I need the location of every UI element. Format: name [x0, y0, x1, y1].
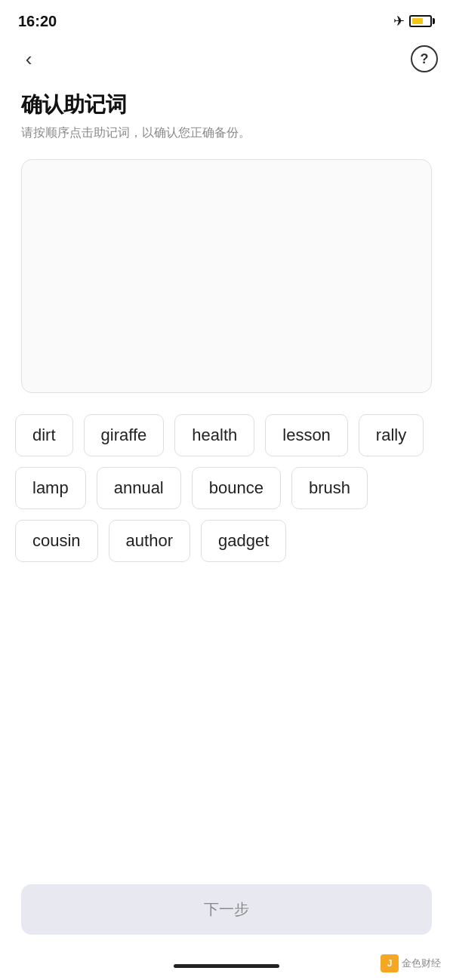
status-time: 16:20	[18, 13, 57, 30]
word-chip-lamp[interactable]: lamp	[15, 467, 86, 509]
word-chip-bounce[interactable]: bounce	[192, 467, 281, 509]
selection-area	[21, 159, 432, 393]
battery-body	[409, 15, 432, 27]
word-chip-health[interactable]: health	[174, 414, 254, 456]
page-title: 确认助记词	[21, 91, 432, 119]
battery-fill	[412, 18, 423, 24]
footer-watermark: J 金色财经	[381, 954, 441, 972]
page-subtitle: 请按顺序点击助记词，以确认您正确备份。	[21, 125, 432, 141]
word-chip-dirt[interactable]: dirt	[15, 414, 73, 456]
word-chip-giraffe[interactable]: giraffe	[84, 414, 165, 456]
word-chip-gadget[interactable]: gadget	[201, 520, 286, 562]
watermark-text: 金色财经	[402, 957, 441, 970]
word-chip-rally[interactable]: rally	[359, 414, 424, 456]
watermark-logo: J	[381, 954, 399, 972]
word-chip-lesson[interactable]: lesson	[265, 414, 348, 456]
next-button[interactable]: 下一步	[21, 884, 432, 935]
back-button[interactable]: ‹	[15, 48, 42, 71]
help-button[interactable]: ?	[411, 45, 438, 72]
bottom-area: 下一步	[21, 884, 432, 935]
nav-bar: ‹ ?	[0, 39, 453, 78]
status-bar: 16:20 ✈	[0, 0, 453, 39]
words-container: dirtgiraffehealthlessonrallylampannualbo…	[0, 414, 453, 562]
word-chip-annual[interactable]: annual	[97, 467, 181, 509]
home-indicator	[174, 964, 279, 968]
battery-tip	[433, 18, 435, 24]
airplane-icon: ✈	[393, 13, 405, 29]
status-icons: ✈	[393, 13, 435, 29]
word-chip-author[interactable]: author	[109, 520, 190, 562]
page-content: 确认助记词 请按顺序点击助记词，以确认您正确备份。	[0, 78, 453, 393]
battery-icon	[409, 15, 435, 27]
word-chip-brush[interactable]: brush	[291, 467, 368, 509]
word-chip-cousin[interactable]: cousin	[15, 520, 98, 562]
